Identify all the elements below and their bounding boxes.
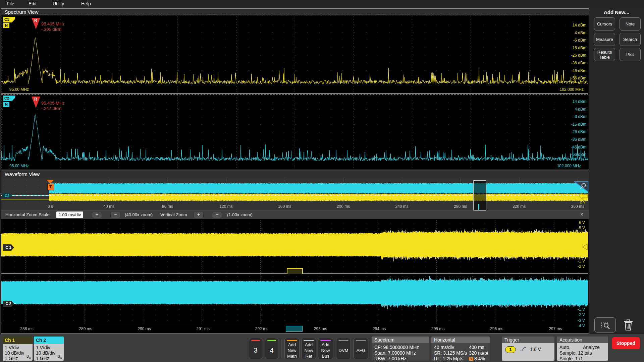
trigger-position-icon[interactable] [47,180,54,184]
overview-time-label: 240 ms [391,204,413,209]
ch1-volt-axis-label: 5 V [579,226,585,230]
ch2-settings-badge[interactable]: Ch 2 1 V/div 10 dB/div 1 GHz Bw [34,337,64,361]
v-zoom-label: Vertical Zoom [160,212,187,217]
button-color-stripe [320,340,331,341]
spectrum-view-title: Spectrum View [5,9,39,15]
horizontal-duration: 400 ms [469,345,484,350]
trigger-flag[interactable]: T [47,184,54,190]
overview-zoom-icon[interactable] [574,181,588,193]
ch2-volt-axis-label: 4 V [579,279,585,284]
zoom-waveform-ch2[interactable] [1,274,588,324]
ch2-scale: 1 V/div [36,345,50,350]
channel-4-button[interactable]: 4 [265,338,278,359]
add-new-ref-button[interactable]: Add New Ref [301,338,316,359]
channel-3-button[interactable]: 3 [249,338,262,359]
h-zoom-factor: (40.00x zoom) [125,212,153,217]
spectrum-ch1-reference-marker[interactable]: R [32,18,40,30]
trash-icon[interactable] [623,318,635,332]
acquisition-single: Single: 1 /1 [559,356,583,361]
cursors-button[interactable]: Cursors [594,17,615,31]
afg-button[interactable]: AFG [354,338,368,359]
zoom-time-label: 288 ms [16,326,38,331]
ch1-db-axis-label: 14 dBm [573,23,586,27]
button-label: Add New Bus [318,342,333,358]
search-button[interactable]: Search [620,33,641,46]
overview-time-label: 320 ms [508,204,530,209]
spectrum-ch2-stop-freq: 102.000 MHz [557,164,581,168]
menu-bar [0,0,644,7]
v-zoom-out-button[interactable]: − [212,212,222,218]
spectrum-ch2-reference-marker[interactable]: R [32,97,40,109]
ch2-volt-axis-label: 2 V [579,290,585,295]
marker-r-label: R [34,97,37,102]
ch1-db-axis-label: -16 dBm [571,46,586,50]
results-table-button[interactable]: Results Table [594,48,615,61]
note-button[interactable]: Note [620,17,641,31]
menu-help[interactable]: Help [81,0,91,7]
bar-separator [335,339,335,358]
ch2-db-axis-label: 14 dBm [573,99,586,104]
h-zoom-in-button[interactable]: + [92,212,102,218]
zoom-area-icon [598,320,612,330]
spectrum-settings-box[interactable]: Spectrum CF: 98.5000000 MHz Span: 7.0000… [372,337,429,361]
ch1-volt-axis-label: 2 V [579,242,585,247]
v-zoom-in-button[interactable]: + [194,212,204,218]
marker-r-label: R [34,18,37,23]
add-new-math-button[interactable]: Add New Math [284,338,300,359]
menu-edit[interactable]: Edit [29,0,37,7]
acquisition-settings-box[interactable]: Acquisition Auto, Analyze Sample: 12 bit… [557,337,608,361]
waveform-overview[interactable] [1,178,588,203]
add-new-bus-button[interactable]: Add New Bus [318,338,333,359]
horizontal-rl: RL: 1.25 Mpts [434,356,463,361]
zoom-waveform-ch1[interactable] [1,219,588,273]
oscilloscope-screen: Spectrum View C1 N R 95.405 MHz -.305 dB… [0,0,644,362]
zoom-time-label: 296 ms [486,326,507,331]
ch2-volt-axis-label: 3 V [579,285,585,290]
overview-time-label: 0 s [40,204,61,209]
overview-time-label: 280 ms [450,204,471,209]
overview-time-label: 200 ms [333,204,354,209]
trigger-settings-box[interactable]: Trigger 1 1.6 V [502,337,554,361]
h-zoom-scale-input[interactable]: 1.00 ms/div [56,212,83,218]
ch2-db-axis-label: -36 dBm [571,137,586,142]
zoom-time-label: 293 ms [310,326,331,331]
menu-file[interactable]: File [7,0,14,7]
dvm-button[interactable]: DVM [336,338,351,359]
acquisition-mode: Auto, [559,345,571,350]
menu-utility[interactable]: Utility [53,0,64,7]
zoom-time-label: 295 ms [427,326,449,331]
overview-time-label: 40 ms [98,204,120,209]
zoom-time-label: 294 ms [369,326,390,331]
zoom-search-button[interactable] [594,317,616,333]
horizontal-settings-box[interactable]: Horizontal 40 ms/div 400 ms SR: 3.125 MS… [431,337,490,361]
overview-level-label: 2 V [580,200,586,204]
button-label: DVM [336,342,351,358]
stopped-status-button[interactable]: Stopped [612,337,640,349]
spectrum-span: Span: 7.00000 MHz [374,350,416,356]
waveform-view-titlebar [1,171,589,178]
ruler-position-indicator[interactable] [286,326,303,332]
measure-button[interactable]: Measure [594,33,615,46]
ch2-db-axis-label: -46 dBm [571,145,586,149]
ch1-settings-badge[interactable]: Ch 1 1 V/div 10 dB/div 1 GHz Bw [3,337,33,361]
ch2-name: Ch 2 [34,337,64,344]
ch1-name: Ch 1 [3,337,33,344]
plot-button[interactable]: Plot [620,48,641,61]
button-color-stripe [304,340,314,341]
trigger-level: 1.6 V [530,347,541,352]
h-zoom-out-button[interactable]: − [110,212,120,218]
spectrum-ch2-start-freq: 95.00 MHz [9,164,29,168]
spectrum-cf: CF: 98.5000000 MHz [374,345,419,350]
zoom-window-box[interactable] [473,180,486,210]
ch2-volt-axis-label: -3 V [578,318,585,323]
button-label: 4 [265,342,278,358]
spectrum-ch2-n-badge[interactable]: N [3,102,9,107]
zoom-bar-close-icon[interactable]: × [580,212,583,218]
ch1-bw-limit: Bw [26,354,31,359]
spectrum-plot-ch1[interactable] [1,16,588,93]
spectrum-plot-ch2[interactable] [1,94,588,169]
spectrum-ch1-stop-freq: 102.000 MHz [560,87,584,92]
ch2-volt-axis-label: -4 V [578,323,585,328]
spectrum-ch1-n-badge[interactable]: N [3,23,9,28]
marker-frequency-readout: 95.405 MHz [41,101,65,106]
